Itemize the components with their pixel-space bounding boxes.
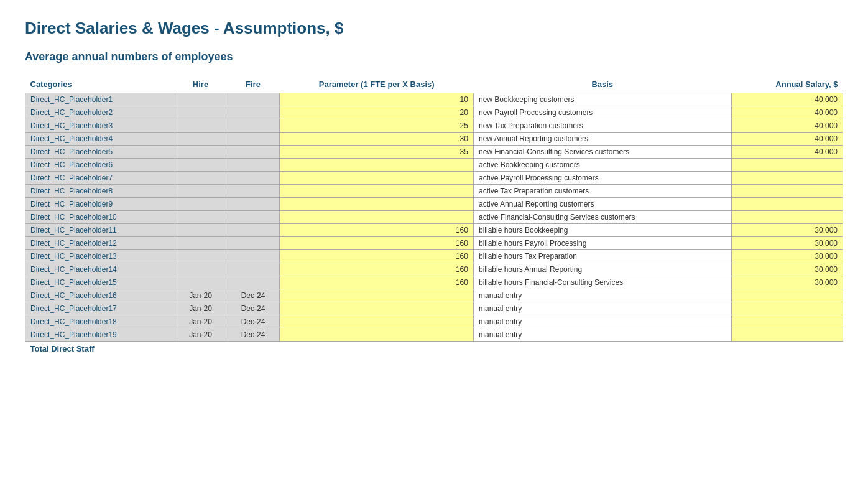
cell-annual: 30,000 (731, 224, 843, 237)
table-row: Direct_HC_Placeholder8active Tax Prepara… (25, 185, 843, 198)
cell-categories: Direct_HC_Placeholder13 (25, 250, 175, 263)
table-header-row: Categories Hire Fire Parameter (1 FTE pe… (25, 76, 843, 93)
cell-param (280, 172, 474, 185)
cell-categories: Direct_HC_Placeholder4 (25, 133, 175, 146)
cell-fire (226, 159, 280, 172)
cell-fire: Dec-24 (226, 289, 280, 302)
cell-annual (731, 211, 843, 224)
cell-param: 160 (280, 224, 474, 237)
cell-hire: Jan-20 (175, 289, 226, 302)
cell-fire (226, 119, 280, 133)
cell-annual: 30,000 (731, 276, 843, 289)
header-basis: Basis (473, 76, 731, 93)
cell-annual: 30,000 (731, 263, 843, 276)
cell-fire (226, 211, 280, 224)
cell-fire (226, 172, 280, 185)
cell-hire (175, 172, 226, 185)
cell-annual: 30,000 (731, 237, 843, 250)
cell-annual: 40,000 (731, 106, 843, 119)
cell-annual: 30,000 (731, 250, 843, 263)
cell-param: 160 (280, 250, 474, 263)
cell-hire (175, 198, 226, 211)
table-row: Direct_HC_Placeholder12160billable hours… (25, 237, 843, 250)
cell-basis: new Payroll Processing customers (473, 106, 731, 119)
cell-param: 35 (280, 146, 474, 159)
cell-basis: manual entry (473, 315, 731, 328)
table-row: Direct_HC_Placeholder325new Tax Preparat… (25, 119, 843, 133)
cell-annual (731, 315, 843, 328)
assumptions-table: Categories Hire Fire Parameter (1 FTE pe… (25, 76, 843, 356)
cell-basis: new Annual Reporting customers (473, 133, 731, 146)
cell-param: 160 (280, 263, 474, 276)
cell-annual (731, 172, 843, 185)
table-row: Direct_HC_Placeholder16Jan-20Dec-24manua… (25, 289, 843, 302)
cell-hire (175, 211, 226, 224)
cell-hire (175, 276, 226, 289)
table-footer-row: Total Direct Staff (25, 342, 843, 356)
table-row: Direct_HC_Placeholder110new Bookkeeping … (25, 93, 843, 106)
cell-annual: 40,000 (731, 119, 843, 133)
header-fire: Fire (226, 76, 280, 93)
cell-basis: billable hours Bookkeeping (473, 224, 731, 237)
cell-hire (175, 237, 226, 250)
cell-param (280, 328, 474, 342)
cell-hire (175, 93, 226, 106)
cell-fire (226, 198, 280, 211)
table-row: Direct_HC_Placeholder10active Financial-… (25, 211, 843, 224)
cell-annual (731, 198, 843, 211)
table-row: Direct_HC_Placeholder9active Annual Repo… (25, 198, 843, 211)
header-categories: Categories (25, 76, 175, 93)
table-row: Direct_HC_Placeholder430new Annual Repor… (25, 133, 843, 146)
cell-param: 160 (280, 276, 474, 289)
cell-annual: 40,000 (731, 146, 843, 159)
cell-hire (175, 146, 226, 159)
cell-param (280, 302, 474, 315)
cell-categories: Direct_HC_Placeholder19 (25, 328, 175, 342)
header-hire: Hire (175, 76, 226, 93)
cell-annual (731, 328, 843, 342)
cell-annual (731, 159, 843, 172)
cell-categories: Direct_HC_Placeholder2 (25, 106, 175, 119)
table-row: Direct_HC_Placeholder7active Payroll Pro… (25, 172, 843, 185)
table-row: Direct_HC_Placeholder18Jan-20Dec-24manua… (25, 315, 843, 328)
cell-basis: active Payroll Processing customers (473, 172, 731, 185)
cell-annual: 40,000 (731, 133, 843, 146)
cell-basis: new Financial-Consulting Services custom… (473, 146, 731, 159)
cell-fire (226, 276, 280, 289)
cell-fire (226, 237, 280, 250)
cell-basis: manual entry (473, 302, 731, 315)
cell-basis: active Tax Preparation customers (473, 185, 731, 198)
table-row: Direct_HC_Placeholder14160billable hours… (25, 263, 843, 276)
main-table-wrapper: Categories Hire Fire Parameter (1 FTE pe… (25, 76, 843, 356)
table-row: Direct_HC_Placeholder17Jan-20Dec-24manua… (25, 302, 843, 315)
header-annual: Annual Salary, $ (731, 76, 843, 93)
cell-fire (226, 106, 280, 119)
cell-fire (226, 263, 280, 276)
cell-param (280, 198, 474, 211)
cell-hire (175, 119, 226, 133)
table-body: Direct_HC_Placeholder110new Bookkeeping … (25, 93, 843, 342)
header-param: Parameter (1 FTE per X Basis) (280, 76, 474, 93)
cell-basis: billable hours Payroll Processing (473, 237, 731, 250)
table-row: Direct_HC_Placeholder220new Payroll Proc… (25, 106, 843, 119)
cell-fire: Dec-24 (226, 315, 280, 328)
cell-basis: manual entry (473, 289, 731, 302)
cell-param (280, 315, 474, 328)
cell-fire (226, 133, 280, 146)
total-label: Total Direct Staff (25, 342, 843, 356)
table-row: Direct_HC_Placeholder13160billable hours… (25, 250, 843, 263)
cell-annual: 40,000 (731, 93, 843, 106)
cell-hire: Jan-20 (175, 302, 226, 315)
cell-param: 10 (280, 93, 474, 106)
cell-annual (731, 185, 843, 198)
cell-basis: new Tax Preparation customers (473, 119, 731, 133)
cell-param: 160 (280, 237, 474, 250)
cell-hire (175, 224, 226, 237)
cell-categories: Direct_HC_Placeholder15 (25, 276, 175, 289)
cell-basis: billable hours Tax Preparation (473, 250, 731, 263)
table-row: Direct_HC_Placeholder6active Bookkeeping… (25, 159, 843, 172)
cell-hire (175, 250, 226, 263)
cell-hire: Jan-20 (175, 315, 226, 328)
cell-param (280, 185, 474, 198)
cell-categories: Direct_HC_Placeholder3 (25, 119, 175, 133)
